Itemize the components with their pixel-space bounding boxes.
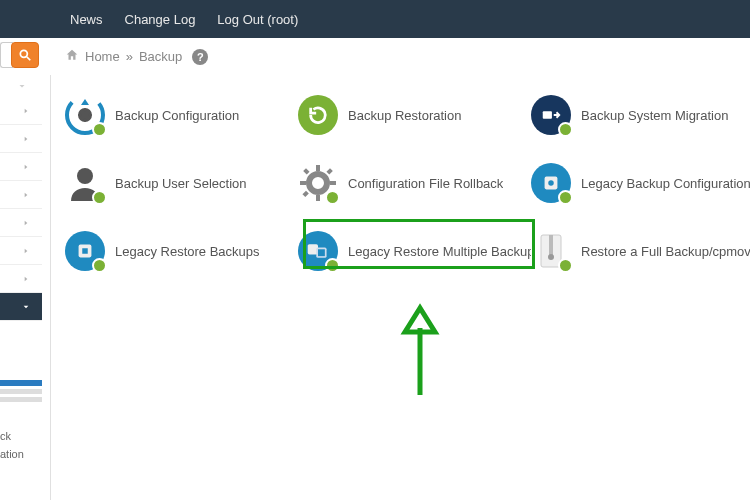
home-icon <box>65 48 79 65</box>
caret-right-icon <box>22 135 30 143</box>
svg-rect-9 <box>330 181 336 185</box>
sidebar-progress <box>0 380 42 405</box>
tile-label: Backup Restoration <box>348 108 461 123</box>
svg-rect-8 <box>300 181 306 185</box>
tile-label: Backup User Selection <box>115 176 247 191</box>
svg-point-5 <box>77 168 93 184</box>
svg-rect-6 <box>316 165 320 171</box>
caret-right-icon <box>22 275 30 283</box>
user-icon <box>65 163 105 203</box>
caret-right-icon <box>22 191 30 199</box>
sidebar-item[interactable] <box>0 153 42 181</box>
caret-right-icon <box>22 247 30 255</box>
tile-label: Restore a Full Backup/cpmove <box>581 244 750 259</box>
breadcrumb-home[interactable]: Home <box>85 49 120 64</box>
tile-label: Legacy Backup Configuration <box>581 176 750 191</box>
restore-icon <box>298 95 338 135</box>
svg-rect-13 <box>302 191 308 197</box>
feature-grid: Backup Configuration Backup Restoration … <box>65 95 736 271</box>
sidebar-truncated-labels: ck ation <box>0 428 24 463</box>
tile-label: Backup Configuration <box>115 108 239 123</box>
tile-backup-configuration[interactable]: Backup Configuration <box>65 95 298 135</box>
svg-point-15 <box>548 180 554 186</box>
svg-point-0 <box>20 50 27 57</box>
zip-icon <box>531 231 571 271</box>
breadcrumb: Home » Backup ? <box>65 48 208 65</box>
nav-news[interactable]: News <box>70 12 103 27</box>
sidebar-item[interactable] <box>0 125 42 153</box>
svg-rect-4 <box>543 111 552 118</box>
search-bar <box>0 42 39 68</box>
tile-backup-system-migration[interactable]: Backup System Migration <box>531 95 750 135</box>
migration-icon <box>531 95 571 135</box>
sidebar-item[interactable] <box>0 181 42 209</box>
tile-backup-user-selection[interactable]: Backup User Selection <box>65 163 298 203</box>
tile-legacy-restore-multiple-backups[interactable]: Legacy Restore Multiple Backups <box>298 231 531 271</box>
svg-rect-7 <box>316 195 320 201</box>
tile-label: Legacy Restore Backups <box>115 244 260 259</box>
search-icon <box>18 48 32 62</box>
tile-legacy-restore-backups[interactable]: Legacy Restore Backups <box>65 231 298 271</box>
sidebar-collapse-toggle[interactable] <box>0 75 36 97</box>
legacy-restore-icon <box>65 231 105 271</box>
svg-point-22 <box>548 254 554 260</box>
tile-config-file-rollback[interactable]: Configuration File Rollback <box>298 163 531 203</box>
search-button[interactable] <box>11 42 39 68</box>
content-area: Backup Configuration Backup Restoration … <box>50 75 750 500</box>
svg-line-1 <box>27 57 31 61</box>
svg-rect-19 <box>318 249 325 256</box>
nav-logout[interactable]: Log Out (root) <box>217 12 298 27</box>
tile-backup-restoration[interactable]: Backup Restoration <box>298 95 531 135</box>
tile-label: Configuration File Rollback <box>348 176 503 191</box>
tile-restore-full-backup[interactable]: Restore a Full Backup/cpmove <box>531 231 750 271</box>
caret-down-icon <box>22 303 30 311</box>
svg-rect-10 <box>303 168 309 174</box>
backup-config-icon <box>65 95 105 135</box>
sidebar-item[interactable] <box>0 97 42 125</box>
breadcrumb-current: Backup <box>139 49 182 64</box>
nav-changelog[interactable]: Change Log <box>125 12 196 27</box>
tile-label: Backup System Migration <box>581 108 728 123</box>
topbar: News Change Log Log Out (root) <box>0 0 750 38</box>
breadcrumb-separator: » <box>126 49 133 64</box>
gear-icon <box>298 163 338 203</box>
sidebar-item[interactable] <box>0 265 42 293</box>
legacy-config-icon <box>531 163 571 203</box>
caret-right-icon <box>22 107 30 115</box>
caret-right-icon <box>22 219 30 227</box>
tile-legacy-backup-configuration[interactable]: Legacy Backup Configuration <box>531 163 750 203</box>
chevron-down-icon <box>16 80 28 92</box>
sidebar-item[interactable] <box>0 209 42 237</box>
sidebar-item-active[interactable] <box>0 293 42 321</box>
sidebar-item[interactable] <box>0 237 42 265</box>
tile-label: Legacy Restore Multiple Backups <box>348 244 531 259</box>
legacy-restore-multi-icon <box>298 231 338 271</box>
caret-right-icon <box>22 163 30 171</box>
svg-rect-21 <box>549 235 553 255</box>
help-icon[interactable]: ? <box>192 49 208 65</box>
sidebar <box>0 75 42 321</box>
svg-rect-12 <box>326 168 332 174</box>
